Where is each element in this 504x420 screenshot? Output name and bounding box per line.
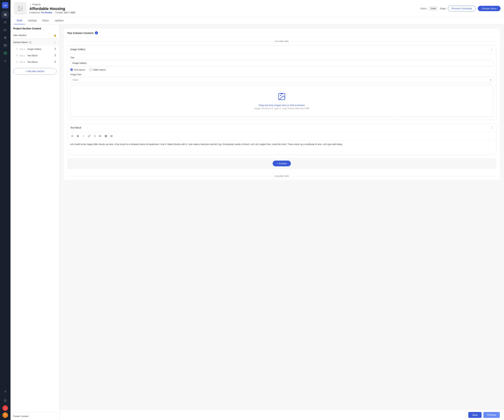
drop-zone-icon	[74, 92, 489, 102]
section-name-label: Section Name [2]	[13, 41, 31, 44]
item-name: Image Gallery	[27, 48, 42, 50]
sub-item-left: ⠿ COL 1 Text Block	[16, 54, 38, 57]
info-icon[interactable]: i	[95, 31, 98, 35]
main-wrapper: ← Projects Affordable Housing Created by…	[11, 0, 504, 420]
divider-line	[67, 176, 272, 176]
grid-layout-label: Grid layout	[74, 68, 85, 71]
panel-body: Hero Section 🔒 Section Name [2] ⋮	[11, 32, 59, 412]
chevron-right-icon: ›	[56, 415, 57, 418]
svg-point-18	[99, 135, 100, 136]
slider-layout-label: Slider layout	[93, 68, 106, 71]
tab-settings[interactable]: Settings	[25, 17, 40, 24]
toolbar-preview[interactable]	[109, 134, 114, 139]
toolbar-bold[interactable]: B	[75, 134, 80, 139]
tab-updates[interactable]: Updates	[52, 17, 66, 24]
list-item[interactable]: ⠿ COL 1 Text Block ⠿	[11, 52, 59, 59]
text-editor-content[interactable]: Let's build some happy little clouds up …	[67, 141, 496, 154]
back-arrow: ←	[29, 3, 32, 6]
svg-point-19	[99, 136, 100, 136]
list-item[interactable]: ⠿ COL 2 Text Block ⠿	[11, 59, 59, 65]
nav-tasks[interactable]	[2, 50, 9, 57]
item-menu-icon[interactable]: ⠿	[54, 47, 57, 51]
created-by-label: Created by:	[29, 11, 40, 14]
add-section-button[interactable]: + Add New Section	[13, 68, 57, 75]
app-logo: LA	[2, 2, 8, 8]
nav-bell[interactable]	[2, 397, 9, 404]
toolbar-heading[interactable]: H	[70, 134, 75, 139]
column-two-divider: COLUMN TWO	[64, 172, 500, 180]
column-one-label: COLUMN ONE	[275, 40, 289, 42]
item-menu-icon[interactable]: ⠿	[54, 60, 57, 64]
back-link[interactable]: ← Projects	[29, 3, 418, 6]
section-item-hero[interactable]: Hero Section 🔒	[11, 32, 59, 38]
tab-share[interactable]: Share	[40, 17, 52, 24]
header-info: ← Projects Affordable Housing Created by…	[29, 3, 418, 14]
created-date: Jun 7, 2023	[64, 11, 75, 14]
toolbar-ordered-list[interactable]	[92, 134, 97, 139]
editor-header: Two Column Content i	[64, 29, 500, 37]
image-size-select-wrapper: Small Medium Large ▾	[70, 77, 493, 83]
card-title: Image Gallery	[70, 48, 85, 51]
add-content-bar: + Content	[67, 158, 496, 169]
title-field-input[interactable]	[70, 60, 493, 66]
drag-handle-icon: ⠿	[16, 47, 18, 51]
list-item[interactable]: ⠿ COL 1 Image Gallery ⠿	[11, 46, 59, 52]
user-avatar[interactable]: T	[2, 412, 8, 418]
text-block-menu-icon[interactable]: ⋮	[490, 126, 493, 129]
footer-content[interactable]: Footer Content ›	[11, 412, 59, 420]
preview-button[interactable]: Preview	[483, 412, 500, 418]
panel-title: Project Section Content	[11, 24, 59, 32]
column-one-divider: COLUMN ONE	[64, 37, 500, 45]
nav-home[interactable]: ⊞	[2, 11, 9, 18]
section-group-header[interactable]: Section Name [2] ⋮	[11, 38, 59, 46]
image-size-select[interactable]: Small Medium Large	[70, 77, 493, 83]
card-menu-icon[interactable]: ⋮	[490, 48, 493, 51]
project-title: Affordable Housing	[29, 6, 418, 11]
editor-title-row: Two Column Content i	[67, 31, 98, 35]
item-menu-icon[interactable]: ⠿	[54, 54, 57, 57]
image-gallery-card: Image Gallery ⋮ Title Grid layo	[67, 45, 496, 120]
nav-bottom: ? ⚠ T	[2, 389, 9, 418]
grid-layout-option[interactable]: Grid layout	[70, 68, 85, 71]
nav-folder[interactable]	[2, 27, 9, 34]
nav-mail[interactable]	[2, 42, 9, 49]
back-label: Projects	[32, 3, 41, 6]
section-title: Two Column Content	[67, 31, 93, 35]
created-label: Created:	[55, 11, 63, 14]
sidebar-nav: LA ⊞ + ? ⚠ T	[0, 0, 11, 420]
nav-add[interactable]: +	[2, 57, 9, 64]
premium-consulting-button[interactable]: Premium Consulting	[448, 6, 476, 11]
nav-lightning[interactable]	[2, 34, 9, 41]
item-name: Text Block	[27, 61, 38, 63]
status-label: Status	[420, 7, 427, 10]
item-name: Text Block	[27, 54, 38, 57]
toolbar-unordered-list[interactable]	[98, 134, 103, 139]
sub-item-left: ⠿ COL 1 Image Gallery	[16, 47, 42, 51]
image-drop-zone[interactable]: Drag and drop images here or click to br…	[70, 85, 493, 117]
add-content-button[interactable]: + Content	[273, 160, 291, 166]
radio-grid-checked	[70, 68, 73, 71]
column-two-label: COLUMN TWO	[275, 175, 289, 177]
toolbar-link[interactable]	[87, 134, 91, 139]
svg-point-5	[19, 7, 20, 8]
slider-layout-option[interactable]: Slider layout	[89, 68, 106, 71]
section-group: Section Name [2] ⋮ ⠿ COL 1 Image Gallery…	[11, 38, 59, 65]
col-label: COL 1	[20, 48, 26, 50]
layout-radio-group: Grid layout Slider layout	[70, 68, 493, 71]
svg-point-0	[5, 21, 6, 22]
bottom-bar: Save Preview	[60, 410, 504, 420]
toolbar-table[interactable]	[103, 134, 108, 139]
image-size-label: Image Size	[70, 73, 493, 76]
text-block-title: Text Block	[70, 126, 81, 129]
save-button[interactable]: Save	[468, 412, 482, 418]
toolbar-italic[interactable]: I	[81, 134, 86, 139]
change-status-button[interactable]: Change Status	[478, 6, 500, 11]
section-menu-icon[interactable]: ⋮	[53, 40, 57, 44]
nav-help[interactable]: ?	[2, 389, 9, 396]
project-meta: Created by: Tim Booker · Created: Jun 7,…	[29, 11, 418, 14]
tab-build[interactable]: Build	[14, 17, 25, 24]
hero-section-label: Hero Section	[13, 34, 26, 36]
nav-alert[interactable]: ⚠	[2, 405, 8, 411]
nav-person[interactable]	[2, 19, 9, 26]
drop-main-text: Drag and drop images here or click to br…	[74, 104, 489, 106]
